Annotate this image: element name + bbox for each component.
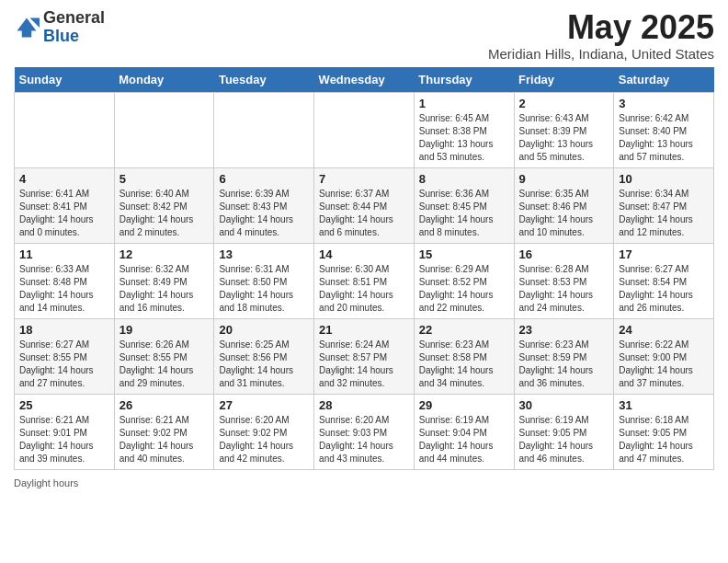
day-cell: 26Sunrise: 6:21 AM Sunset: 9:02 PM Dayli… — [114, 394, 214, 469]
day-number: 16 — [519, 247, 609, 261]
col-header-sunday: Sunday — [15, 67, 115, 93]
day-info: Sunrise: 6:33 AM Sunset: 8:48 PM Dayligh… — [19, 263, 109, 315]
day-cell: 30Sunrise: 6:19 AM Sunset: 9:05 PM Dayli… — [514, 394, 614, 469]
day-info: Sunrise: 6:26 AM Sunset: 8:55 PM Dayligh… — [119, 339, 210, 390]
day-cell: 31Sunrise: 6:18 AM Sunset: 9:05 PM Dayli… — [614, 394, 714, 469]
week-row-1: 1Sunrise: 6:45 AM Sunset: 8:38 PM Daylig… — [15, 92, 714, 167]
day-info: Sunrise: 6:21 AM Sunset: 9:02 PM Dayligh… — [119, 414, 210, 465]
day-cell: 9Sunrise: 6:35 AM Sunset: 8:46 PM Daylig… — [514, 167, 614, 243]
daylight-label: Daylight hours — [14, 477, 78, 488]
day-number: 5 — [119, 172, 210, 186]
day-number: 27 — [219, 398, 309, 412]
logo-blue-text: Blue — [43, 27, 79, 45]
col-header-friday: Friday — [514, 67, 614, 93]
col-header-monday: Monday — [114, 67, 214, 93]
day-info: Sunrise: 6:32 AM Sunset: 8:49 PM Dayligh… — [119, 263, 210, 315]
day-number: 11 — [19, 247, 109, 261]
day-number: 3 — [619, 97, 709, 110]
day-cell: 1Sunrise: 6:45 AM Sunset: 8:38 PM Daylig… — [414, 92, 514, 167]
day-cell: 2Sunrise: 6:43 AM Sunset: 8:39 PM Daylig… — [514, 92, 614, 167]
day-number: 29 — [419, 398, 509, 412]
day-cell: 15Sunrise: 6:29 AM Sunset: 8:52 PM Dayli… — [414, 243, 514, 318]
day-info: Sunrise: 6:24 AM Sunset: 8:57 PM Dayligh… — [319, 339, 409, 390]
day-cell: 3Sunrise: 6:42 AM Sunset: 8:40 PM Daylig… — [614, 92, 714, 167]
day-number: 22 — [419, 323, 509, 337]
day-info: Sunrise: 6:39 AM Sunset: 8:43 PM Dayligh… — [219, 188, 309, 239]
day-number: 13 — [219, 247, 309, 261]
day-number: 25 — [19, 398, 109, 412]
logo-icon — [14, 15, 40, 40]
day-cell: 28Sunrise: 6:20 AM Sunset: 9:03 PM Dayli… — [314, 394, 415, 469]
day-cell: 23Sunrise: 6:23 AM Sunset: 8:59 PM Dayli… — [514, 318, 614, 394]
day-number: 1 — [419, 97, 509, 110]
day-number: 9 — [519, 172, 609, 186]
day-info: Sunrise: 6:29 AM Sunset: 8:52 PM Dayligh… — [419, 263, 509, 315]
day-cell: 17Sunrise: 6:27 AM Sunset: 8:54 PM Dayli… — [614, 243, 714, 318]
day-number: 12 — [119, 247, 210, 261]
day-cell: 5Sunrise: 6:40 AM Sunset: 8:42 PM Daylig… — [114, 167, 214, 243]
day-cell: 21Sunrise: 6:24 AM Sunset: 8:57 PM Dayli… — [314, 318, 415, 394]
title-block: May 2025 Meridian Hills, Indiana, United… — [488, 9, 714, 62]
day-cell — [15, 92, 115, 167]
day-info: Sunrise: 6:34 AM Sunset: 8:47 PM Dayligh… — [619, 188, 709, 239]
day-number: 2 — [519, 97, 609, 110]
col-header-tuesday: Tuesday — [214, 67, 314, 93]
day-number: 26 — [119, 398, 210, 412]
day-cell: 6Sunrise: 6:39 AM Sunset: 8:43 PM Daylig… — [214, 167, 314, 243]
week-row-5: 25Sunrise: 6:21 AM Sunset: 9:01 PM Dayli… — [15, 394, 714, 469]
day-cell: 22Sunrise: 6:23 AM Sunset: 8:58 PM Dayli… — [414, 318, 514, 394]
day-cell: 7Sunrise: 6:37 AM Sunset: 8:44 PM Daylig… — [314, 167, 415, 243]
day-info: Sunrise: 6:19 AM Sunset: 9:04 PM Dayligh… — [419, 414, 509, 465]
day-number: 28 — [319, 398, 409, 412]
day-info: Sunrise: 6:37 AM Sunset: 8:44 PM Dayligh… — [319, 188, 409, 239]
day-info: Sunrise: 6:25 AM Sunset: 8:56 PM Dayligh… — [219, 339, 309, 390]
day-info: Sunrise: 6:36 AM Sunset: 8:45 PM Dayligh… — [419, 188, 509, 239]
logo: General Blue — [14, 9, 105, 46]
day-cell: 25Sunrise: 6:21 AM Sunset: 9:01 PM Dayli… — [15, 394, 115, 469]
day-info: Sunrise: 6:23 AM Sunset: 8:58 PM Dayligh… — [419, 339, 509, 390]
day-number: 30 — [519, 398, 609, 412]
day-number: 23 — [519, 323, 609, 337]
day-info: Sunrise: 6:40 AM Sunset: 8:42 PM Dayligh… — [119, 188, 210, 239]
day-info: Sunrise: 6:20 AM Sunset: 9:02 PM Dayligh… — [219, 414, 309, 465]
day-info: Sunrise: 6:27 AM Sunset: 8:54 PM Dayligh… — [619, 263, 709, 315]
calendar-table: SundayMondayTuesdayWednesdayThursdayFrid… — [14, 67, 714, 470]
col-header-thursday: Thursday — [414, 67, 514, 93]
col-header-wednesday: Wednesday — [314, 67, 415, 93]
day-info: Sunrise: 6:27 AM Sunset: 8:55 PM Dayligh… — [19, 339, 109, 390]
page-header: General Blue May 2025 Meridian Hills, In… — [14, 9, 714, 62]
day-cell: 29Sunrise: 6:19 AM Sunset: 9:04 PM Dayli… — [414, 394, 514, 469]
day-info: Sunrise: 6:28 AM Sunset: 8:53 PM Dayligh… — [519, 263, 609, 315]
logo-general-text: General — [43, 8, 105, 27]
day-info: Sunrise: 6:31 AM Sunset: 8:50 PM Dayligh… — [219, 263, 309, 315]
day-number: 24 — [619, 323, 709, 337]
day-cell: 24Sunrise: 6:22 AM Sunset: 9:00 PM Dayli… — [614, 318, 714, 394]
day-number: 14 — [319, 247, 409, 261]
location-subtitle: Meridian Hills, Indiana, United States — [488, 46, 714, 62]
logo-text: General Blue — [43, 9, 105, 46]
day-info: Sunrise: 6:23 AM Sunset: 8:59 PM Dayligh… — [519, 339, 609, 390]
day-info: Sunrise: 6:20 AM Sunset: 9:03 PM Dayligh… — [319, 414, 409, 465]
day-number: 4 — [19, 172, 109, 186]
day-number: 18 — [19, 323, 109, 337]
day-info: Sunrise: 6:22 AM Sunset: 9:00 PM Dayligh… — [619, 339, 709, 390]
day-cell: 20Sunrise: 6:25 AM Sunset: 8:56 PM Dayli… — [214, 318, 314, 394]
header-row: SundayMondayTuesdayWednesdayThursdayFrid… — [15, 67, 714, 93]
day-cell: 14Sunrise: 6:30 AM Sunset: 8:51 PM Dayli… — [314, 243, 415, 318]
day-cell: 16Sunrise: 6:28 AM Sunset: 8:53 PM Dayli… — [514, 243, 614, 318]
day-cell: 10Sunrise: 6:34 AM Sunset: 8:47 PM Dayli… — [614, 167, 714, 243]
day-cell — [214, 92, 314, 167]
day-cell — [314, 92, 415, 167]
day-cell — [114, 92, 214, 167]
day-cell: 27Sunrise: 6:20 AM Sunset: 9:02 PM Dayli… — [214, 394, 314, 469]
day-number: 20 — [219, 323, 309, 337]
day-number: 31 — [619, 398, 709, 412]
day-number: 8 — [419, 172, 509, 186]
day-info: Sunrise: 6:21 AM Sunset: 9:01 PM Dayligh… — [19, 414, 109, 465]
day-cell: 18Sunrise: 6:27 AM Sunset: 8:55 PM Dayli… — [15, 318, 115, 394]
day-cell: 8Sunrise: 6:36 AM Sunset: 8:45 PM Daylig… — [414, 167, 514, 243]
day-info: Sunrise: 6:42 AM Sunset: 8:40 PM Dayligh… — [619, 112, 709, 164]
day-number: 17 — [619, 247, 709, 261]
day-info: Sunrise: 6:35 AM Sunset: 8:46 PM Dayligh… — [519, 188, 609, 239]
day-number: 21 — [319, 323, 409, 337]
